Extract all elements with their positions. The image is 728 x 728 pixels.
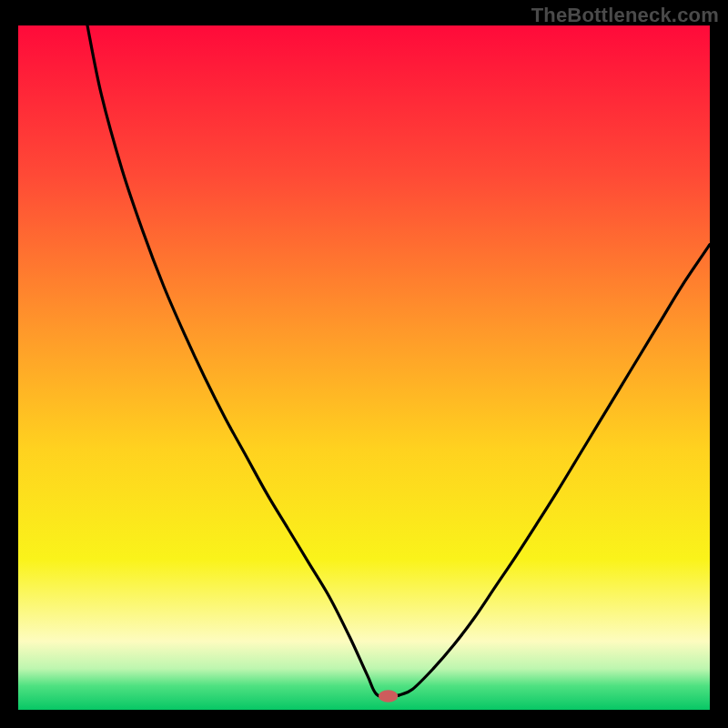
plot-frame — [18, 25, 710, 710]
plot-background — [18, 25, 710, 710]
chart-stage: TheBottleneck.com — [0, 0, 728, 728]
min-marker — [379, 690, 398, 703]
plot-svg — [18, 25, 710, 710]
watermark-text: TheBottleneck.com — [531, 4, 719, 27]
